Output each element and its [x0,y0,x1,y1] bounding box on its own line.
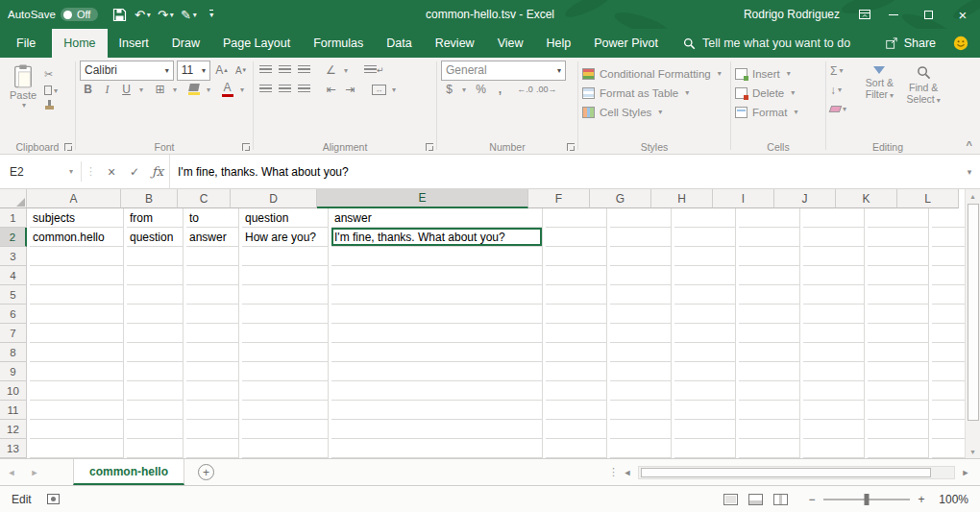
row-header-3[interactable]: 3 [0,247,27,266]
cell-K13[interactable] [868,439,929,458]
cell-F11[interactable] [546,401,607,420]
conditional-formatting-button[interactable]: Conditional Formatting ▾ [582,65,726,82]
cell-B6[interactable] [127,305,184,324]
cell-J7[interactable] [803,324,865,343]
shrink-font-button[interactable]: A▾ [233,61,249,80]
user-name[interactable]: Rodrigo Rodriguez [744,8,840,21]
cell-C1[interactable]: to [186,208,239,228]
cell-J5[interactable] [803,285,865,305]
cell-H6[interactable] [674,305,736,324]
italic-button[interactable]: I [99,80,115,99]
autosave-switch[interactable]: Off [61,8,98,21]
horizontal-scroll-thumb[interactable] [641,468,931,477]
close-button[interactable]: × [945,0,980,29]
cell-E1[interactable]: answer [331,208,543,228]
cell-G6[interactable] [610,305,672,324]
customize-quick-access-button[interactable]: ▾ [200,0,223,29]
column-header-I[interactable]: I [713,189,774,208]
cell-H8[interactable] [674,343,736,362]
formula-bar-drag-handle[interactable]: ⋮ [81,161,100,182]
cell-K7[interactable] [868,324,929,343]
cell-D9[interactable] [242,362,329,381]
share-button[interactable]: Share [885,29,936,58]
row-header-5[interactable]: 5 [0,285,27,305]
cell-G9[interactable] [610,362,672,381]
row-header-12[interactable]: 12 [0,420,27,439]
cell-E7[interactable] [331,324,543,343]
cell-B10[interactable] [127,381,184,401]
cell-D11[interactable] [242,401,329,420]
cell-J1[interactable] [803,208,865,228]
format-as-table-dropdown-icon[interactable]: ▾ [685,88,689,97]
cell-B12[interactable] [127,420,184,439]
tab-formulas[interactable]: Formulas [302,29,375,58]
fill-color-button[interactable] [185,80,202,99]
cell-C7[interactable] [186,324,239,343]
cell-I10[interactable] [739,381,800,401]
tab-help[interactable]: Help [535,29,583,58]
cell-styles-dropdown-icon[interactable]: ▾ [658,108,662,116]
tab-page-layout[interactable]: Page Layout [211,29,302,58]
row-header-4[interactable]: 4 [0,266,27,285]
decrease-indent-button[interactable]: ⇤ [323,80,339,99]
borders-dropdown-icon[interactable]: ▾ [173,85,177,94]
cell-D2[interactable]: How are you? [242,228,329,247]
cell-J13[interactable] [803,439,865,458]
cell-F5[interactable] [546,285,607,305]
cell-D4[interactable] [242,266,329,285]
cell-G2[interactable] [610,228,672,247]
cell-I2[interactable] [739,228,800,247]
redo-button[interactable]: ↷▾ [154,0,177,29]
cell-D10[interactable] [242,381,329,401]
autosum-dropdown-icon[interactable]: ▾ [839,66,843,75]
cell-A4[interactable] [30,266,124,285]
cell-K3[interactable] [868,247,929,266]
cell-D1[interactable]: question [242,208,329,228]
cell-F13[interactable] [546,439,607,458]
tab-draw[interactable]: Draw [160,29,211,58]
autosum-button[interactable]: Σ▾ [830,62,858,79]
name-box[interactable]: E2 ▾ [0,155,81,188]
cell-C10[interactable] [186,381,239,401]
tab-view[interactable]: View [486,29,535,58]
row-header-1[interactable]: 1 [0,208,27,228]
column-header-C[interactable]: C [178,189,231,208]
sort-filter-button[interactable]: Sort & Filter▾ [858,62,902,117]
cell-G12[interactable] [610,420,672,439]
cell-D7[interactable] [242,324,329,343]
cell-E8[interactable] [331,343,543,362]
insert-cells-dropdown-icon[interactable]: ▾ [787,69,791,78]
feedback-smiley-button[interactable] [953,29,968,58]
cell-F9[interactable] [546,362,607,381]
cell-I4[interactable] [739,266,800,285]
cell-I1[interactable] [739,208,800,228]
column-header-K[interactable]: K [836,189,897,208]
enter-button[interactable]: ✓ [123,155,146,188]
font-dialog-launcher-icon[interactable] [242,143,250,151]
vertical-scroll-thumb[interactable] [968,204,979,421]
cell-E13[interactable] [331,439,543,458]
row-header-7[interactable]: 7 [0,324,27,343]
fill-button[interactable]: ↓▾ [830,82,858,98]
sheet-tab-common-hello[interactable]: common-hello [73,459,184,485]
cell-G7[interactable] [610,324,672,343]
cell-H11[interactable] [674,401,736,420]
find-select-dropdown-icon[interactable]: ▾ [937,96,941,105]
cell-I11[interactable] [739,401,800,420]
cell-J10[interactable] [803,381,865,401]
row-header-8[interactable]: 8 [0,343,27,362]
cell-B11[interactable] [127,401,184,420]
cell-B2[interactable]: question [127,228,184,247]
cell-G4[interactable] [610,266,672,285]
cell-K1[interactable] [868,208,929,228]
column-header-H[interactable]: H [651,189,713,208]
cell-K5[interactable] [868,285,929,305]
cell-D5[interactable] [242,285,329,305]
font-size-dropdown-icon[interactable]: ▾ [202,66,206,75]
accounting-dropdown-icon[interactable]: ▾ [462,85,466,94]
column-header-J[interactable]: J [774,189,836,208]
percent-style-button[interactable]: % [473,80,489,99]
cell-J3[interactable] [803,247,865,266]
tab-power-pivot[interactable]: Power Pivot [582,29,670,58]
cell-D3[interactable] [242,247,329,266]
